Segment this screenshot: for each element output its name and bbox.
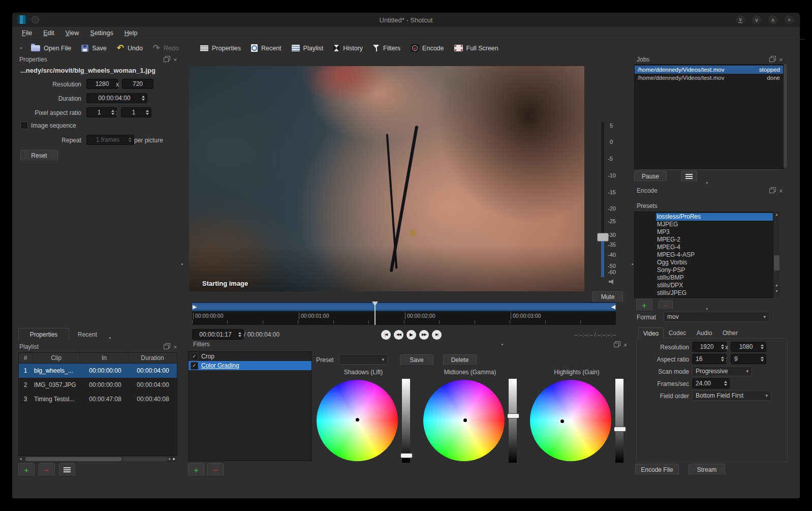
preset-item[interactable]: lossless/ProRes: [656, 213, 773, 221]
scrollbar-handle[interactable]: [774, 255, 779, 270]
jobs-scrollbar[interactable]: [784, 64, 787, 168]
menu-help[interactable]: Help: [120, 28, 142, 38]
out-point-marker[interactable]: ◀: [611, 303, 615, 310]
current-time-field[interactable]: 00:00:01:17: [192, 329, 244, 340]
par-denominator-field[interactable]: 1: [121, 107, 151, 117]
scrollbar-track-segment[interactable]: [123, 457, 168, 461]
encode-aspect-num-field[interactable]: 16: [692, 354, 727, 364]
par-numerator-field[interactable]: 1: [86, 107, 117, 117]
playlist-hscrollbar[interactable]: ◂ ◂ ▸: [18, 457, 176, 462]
play-backwards-button[interactable]: ◀◀: [394, 330, 403, 340]
filter-add-button[interactable]: +: [188, 463, 204, 476]
shadows-slider-handle[interactable]: [400, 453, 413, 458]
shadows-level-slider[interactable]: [402, 379, 410, 463]
float-panel-icon[interactable]: [164, 345, 169, 349]
scroll-down-icon[interactable]: ▾: [773, 289, 780, 294]
preset-item[interactable]: Sony-PSP: [635, 266, 773, 274]
preset-item[interactable]: stills/BMP: [635, 274, 773, 282]
menu-edit[interactable]: Edit: [39, 28, 59, 38]
preset-add-button[interactable]: +: [636, 299, 652, 311]
toolbar-handle[interactable]: [20, 47, 22, 49]
history-toggle-button[interactable]: History: [328, 42, 368, 54]
preset-item[interactable]: MPEG-4: [635, 244, 773, 251]
float-panel-icon[interactable]: [769, 189, 774, 193]
wheel-position-dot[interactable]: [462, 417, 468, 423]
close-panel-icon[interactable]: ×: [779, 188, 783, 194]
full-screen-button[interactable]: Full Screen: [449, 43, 504, 54]
timeline-ruler[interactable]: 00:00:00:00 00:00:01:00 00:00:02:00 00:0…: [192, 311, 616, 325]
video-preview[interactable]: Starting image: [189, 66, 584, 291]
preset-item[interactable]: stills/JPEG: [635, 289, 773, 297]
tab-recent[interactable]: Recent: [72, 329, 103, 340]
splitter-handle[interactable]: [706, 182, 708, 184]
field-order-combobox[interactable]: Bottom Field First ▾: [692, 390, 771, 401]
tab-audio[interactable]: Audio: [692, 327, 716, 339]
jobs-pause-button[interactable]: Pause: [634, 171, 667, 182]
preset-delete-button[interactable]: Delete: [443, 354, 477, 366]
menu-settings[interactable]: Settings: [86, 28, 118, 38]
preset-remove-button[interactable]: −: [659, 300, 673, 310]
playlist-row[interactable]: 1 blg_wheels_... 00:00:00:00 00:00:04:00: [19, 364, 177, 378]
preset-item[interactable]: stills/DPX: [635, 282, 773, 289]
splitter-handle[interactable]: [706, 308, 708, 310]
close-panel-icon[interactable]: ×: [173, 344, 177, 350]
preset-item[interactable]: MP3: [635, 228, 773, 236]
maximize-button[interactable]: ∧: [768, 15, 777, 24]
filter-remove-button[interactable]: −: [207, 463, 224, 476]
scrub-bar[interactable]: ▶ ◀: [192, 302, 616, 311]
wheel-position-dot[interactable]: [559, 418, 565, 424]
preset-item[interactable]: MPEG-4-ASP: [635, 251, 773, 259]
play-forwards-button[interactable]: ▶▶: [419, 330, 429, 340]
close-panel-icon[interactable]: ×: [173, 56, 177, 63]
skip-to-end-button[interactable]: ▶|: [432, 330, 442, 340]
properties-toggle-button[interactable]: Properties: [195, 43, 246, 54]
job-row[interactable]: /home/ddennedy/Videos/test.mov done: [635, 74, 783, 82]
stream-button[interactable]: Stream: [689, 464, 725, 475]
midtones-slider-handle[interactable]: [507, 413, 519, 418]
undo-button[interactable]: ↶ Undo: [112, 42, 148, 54]
scroll-left-icon[interactable]: ◂: [168, 456, 170, 461]
tab-properties[interactable]: Properties: [18, 328, 69, 340]
jobs-menu-button[interactable]: [681, 171, 697, 182]
splitter-handle[interactable]: [109, 337, 111, 339]
encode-aspect-den-field[interactable]: 9: [731, 354, 766, 364]
open-file-button[interactable]: Open File: [26, 43, 76, 54]
float-panel-icon[interactable]: [769, 57, 774, 62]
duration-spinner[interactable]: [142, 96, 145, 101]
playlist-add-button[interactable]: +: [18, 463, 35, 476]
filter-checkbox[interactable]: ✓: [191, 353, 198, 360]
minimize-button[interactable]: ∨: [752, 15, 761, 24]
shadows-color-wheel[interactable]: [317, 380, 398, 461]
scroll-right-icon[interactable]: ▸: [173, 456, 175, 461]
encode-file-button[interactable]: Encode File: [635, 464, 679, 475]
menu-file[interactable]: File: [17, 28, 37, 38]
tab-video[interactable]: Video: [638, 327, 664, 339]
playlist-menu-button[interactable]: [59, 463, 75, 476]
duration-field[interactable]: 00:00:04:00: [86, 93, 147, 103]
wheel-position-dot[interactable]: [355, 417, 360, 423]
filter-checkbox[interactable]: ✓: [191, 362, 198, 370]
play-button[interactable]: ▶: [407, 330, 416, 340]
scroll-up-icon[interactable]: ▴: [773, 283, 780, 288]
encode-resolution-width-field[interactable]: 1920: [692, 342, 727, 352]
save-button[interactable]: Save: [76, 43, 112, 54]
close-panel-icon[interactable]: ×: [779, 56, 783, 63]
playlist-toggle-button[interactable]: Playlist: [287, 43, 329, 54]
tab-codec[interactable]: Codec: [665, 327, 690, 339]
preset-save-button[interactable]: Save: [400, 354, 433, 366]
skip-to-start-button[interactable]: |◀: [381, 330, 391, 340]
scan-mode-combobox[interactable]: Progressive ▾: [692, 366, 752, 376]
encode-resolution-height-field[interactable]: 1080: [731, 342, 766, 352]
scroll-up-icon[interactable]: ▴: [773, 212, 780, 217]
splitter-handle[interactable]: [502, 344, 503, 345]
volume-slider-handle[interactable]: [597, 233, 609, 242]
title-bar[interactable]: Untitled* - Shotcut ∨ ∨ ∧ ×: [12, 13, 800, 27]
float-panel-icon[interactable]: [164, 57, 169, 62]
resolution-height-field[interactable]: 720: [122, 79, 153, 89]
midtones-level-slider[interactable]: [509, 379, 517, 463]
float-panel-icon[interactable]: [614, 343, 619, 347]
time-spinner[interactable]: [238, 332, 241, 337]
resolution-width-field[interactable]: 1280: [86, 79, 118, 89]
job-row[interactable]: /home/ddennedy/Videos/test.mov stopped: [635, 66, 783, 74]
highlights-slider-handle[interactable]: [614, 427, 626, 432]
